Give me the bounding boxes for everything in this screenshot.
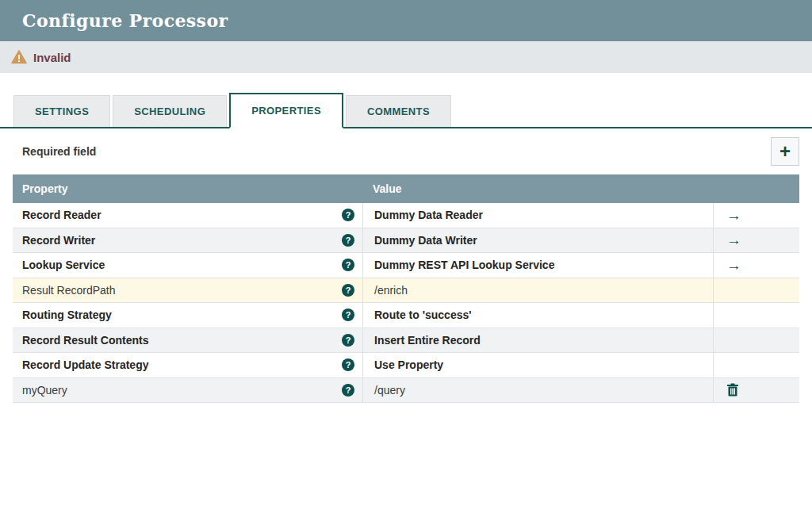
property-value: /enrich [374, 284, 408, 297]
table-row[interactable]: Record Update Strategy?Use Property [13, 353, 799, 378]
property-cell: Result RecordPath? [13, 278, 363, 303]
value-cell[interactable]: Route to 'success' [363, 303, 714, 328]
required-field-label: Required field [22, 145, 96, 158]
table-toolbar: Required field + [0, 128, 812, 174]
value-cell[interactable]: Insert Entire Record [363, 328, 714, 353]
table-header-row: Property Value [13, 174, 799, 203]
help-icon[interactable]: ? [342, 259, 354, 271]
validation-status-bar: Invalid [0, 41, 812, 73]
tab-comments[interactable]: COMMENTS [346, 95, 451, 127]
property-cell: Record Result Contents? [13, 328, 363, 353]
table-body: Record Reader?Dummy Data Reader→Record W… [13, 203, 799, 403]
tab-properties[interactable]: PROPERTIES [229, 93, 343, 128]
go-to-service-arrow-icon[interactable]: → [726, 258, 741, 273]
property-value: Insert Entire Record [374, 334, 481, 347]
value-cell[interactable]: /query [363, 378, 714, 403]
value-cell[interactable]: Dummy Data Reader [363, 203, 714, 228]
property-value: Route to 'success' [374, 308, 472, 321]
property-name: Result RecordPath [22, 284, 116, 297]
property-name: Record Writer [22, 234, 95, 247]
property-cell: Record Update Strategy? [13, 353, 363, 377]
property-value: Dummy REST API Lookup Service [374, 259, 554, 271]
table-row[interactable]: Record Reader?Dummy Data Reader→ [13, 203, 799, 228]
go-to-service-arrow-icon[interactable]: → [726, 232, 741, 247]
help-icon[interactable]: ? [342, 234, 354, 247]
delete-icon[interactable] [726, 383, 739, 397]
help-icon[interactable]: ? [342, 384, 354, 397]
properties-table: Property Value Record Reader?Dummy Data … [13, 174, 799, 403]
table-row[interactable]: Result RecordPath?/enrich [13, 278, 799, 304]
property-name: Record Reader [22, 209, 102, 221]
table-row[interactable]: Lookup Service?Dummy REST API Lookup Ser… [13, 253, 799, 278]
action-cell: → [714, 228, 799, 253]
add-property-button[interactable]: + [771, 137, 799, 166]
property-cell: Lookup Service? [13, 253, 363, 278]
table-row[interactable]: Routing Strategy?Route to 'success' [13, 303, 799, 328]
go-to-service-arrow-icon[interactable]: → [726, 208, 741, 223]
action-cell [714, 378, 799, 403]
help-icon[interactable]: ? [342, 308, 354, 321]
property-cell: Record Writer? [13, 228, 363, 253]
help-icon[interactable]: ? [342, 334, 354, 347]
action-cell [714, 353, 799, 377]
tab-scheduling[interactable]: SCHEDULING [113, 95, 227, 127]
action-cell: → [714, 203, 799, 228]
value-cell[interactable]: Dummy REST API Lookup Service [363, 253, 714, 278]
property-cell: myQuery? [13, 378, 363, 403]
property-name: Lookup Service [22, 259, 105, 271]
property-value: /query [374, 384, 405, 397]
dialog-titlebar: Configure Processor [0, 0, 812, 41]
property-name: Routing Strategy [22, 308, 112, 321]
value-cell[interactable]: Use Property [363, 353, 714, 377]
help-icon[interactable]: ? [342, 209, 354, 221]
property-cell: Routing Strategy? [13, 303, 363, 328]
table-row[interactable]: Record Writer?Dummy Data Writer→ [13, 228, 799, 254]
column-header-property: Property [13, 182, 363, 195]
action-cell [714, 278, 799, 303]
property-cell: Record Reader? [13, 203, 363, 228]
value-cell[interactable]: /enrich [363, 278, 714, 303]
table-row[interactable]: myQuery?/query [13, 378, 799, 404]
dialog-title: Configure Processor [22, 10, 228, 31]
property-name: myQuery [22, 384, 67, 397]
property-value: Use Property [374, 358, 443, 371]
table-row[interactable]: Record Result Contents?Insert Entire Rec… [13, 328, 799, 354]
action-cell [714, 328, 799, 353]
action-cell: → [714, 253, 799, 278]
property-name: Record Update Strategy [22, 358, 148, 371]
tab-bar: SETTINGSSCHEDULINGPROPERTIESCOMMENTS [0, 91, 812, 128]
column-header-value: Value [363, 182, 714, 195]
help-icon[interactable]: ? [342, 284, 354, 297]
status-badge: Invalid [33, 51, 71, 64]
property-value: Dummy Data Reader [374, 209, 483, 221]
property-name: Record Result Contents [22, 334, 148, 347]
tab-settings[interactable]: SETTINGS [13, 95, 110, 127]
value-cell[interactable]: Dummy Data Writer [363, 228, 714, 253]
help-icon[interactable]: ? [342, 358, 354, 371]
property-value: Dummy Data Writer [374, 234, 477, 247]
action-cell [714, 303, 799, 328]
warning-triangle-icon [11, 50, 27, 64]
